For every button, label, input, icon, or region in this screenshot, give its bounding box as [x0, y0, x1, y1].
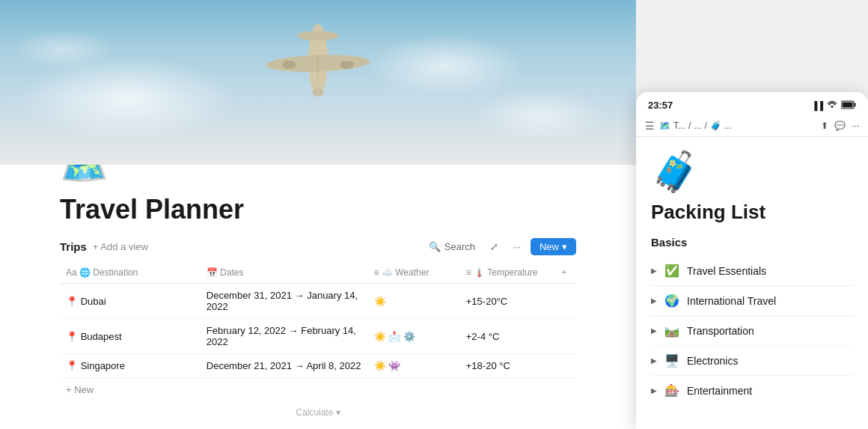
url-part-1: T...: [673, 121, 685, 131]
url-separator-2: /: [704, 121, 706, 131]
svg-point-2: [297, 31, 338, 40]
browser-url: 🗺️ T... / ... / 🧳 ...: [659, 121, 816, 131]
item-emoji: ✅: [664, 264, 679, 278]
packing-list-item[interactable]: ▶ 🌍 International Travel: [651, 287, 853, 314]
search-icon: 🔍: [429, 241, 441, 252]
row-add-cell: [554, 284, 576, 319]
mobile-browser-bar: ☰ 🗺️ T... / ... / 🧳 ... ⬆ 💬 ···: [636, 115, 868, 137]
destination-cell: 📍 Budapest: [60, 319, 201, 354]
item-chevron: ▶: [651, 267, 657, 275]
temperature-cell: +2-4 °C: [460, 319, 554, 354]
item-label: Travel Essentials: [687, 265, 853, 277]
dates-col-icon: 📅: [207, 267, 220, 278]
divider: [651, 285, 853, 286]
mobile-status-bar: 23:57 ▐▐: [636, 92, 868, 115]
row-pin: 📍: [66, 331, 78, 342]
divider: [651, 315, 853, 316]
item-label: Transportation: [687, 325, 853, 337]
table-row[interactable]: 📍 Dubai December 31, 2021 → January 14, …: [60, 284, 576, 319]
more-icon[interactable]: ···: [852, 121, 859, 131]
comment-icon[interactable]: 💬: [834, 121, 846, 131]
item-chevron: ▶: [651, 356, 657, 365]
item-label: International Travel: [687, 295, 853, 307]
svg-point-4: [340, 61, 354, 69]
add-view-button[interactable]: + Add a view: [93, 241, 148, 252]
table-row[interactable]: 📍 Budapest February 12, 2022 → February …: [60, 319, 576, 354]
packing-icon: 🧳: [651, 149, 853, 195]
weather-cell: ☀️ 📩 ⚙️: [368, 319, 460, 354]
weather-icons: ☀️: [374, 296, 454, 307]
table-row[interactable]: 📍 Singapore December 21, 2021 → April 8,…: [60, 354, 576, 378]
dates-cell: February 12, 2022 → February 14, 2022: [201, 319, 368, 354]
col-add-property[interactable]: ＋: [554, 261, 576, 284]
item-emoji: 🖥️: [664, 353, 679, 368]
weather-icons: ☀️ 📩 ⚙️: [374, 331, 454, 342]
temperature-cell: +15-20°C: [460, 284, 554, 319]
search-label: Search: [444, 241, 475, 252]
temperature-value: +2-4 °C: [466, 331, 500, 342]
packing-list-item[interactable]: ▶ ✅ Travel Essentials: [651, 258, 853, 284]
row-pin: 📍: [66, 360, 78, 371]
col-header-weather[interactable]: ≡ ☁️ Weather: [368, 261, 460, 284]
browser-actions: ⬆ 💬 ···: [821, 121, 859, 131]
packing-list-item[interactable]: ▶ 🖥️ Electronics: [651, 347, 853, 374]
table-header-row: Aa 🌐 Destination 📅 Dates ≡ ☁️ Weather ≡ …: [60, 261, 576, 284]
share-icon[interactable]: ⬆: [821, 121, 828, 131]
svg-rect-9: [843, 102, 853, 107]
destination-cell: 📍 Singapore: [60, 354, 201, 378]
item-chevron: ▶: [651, 386, 657, 395]
calculate-row[interactable]: Calculate ▾: [60, 401, 576, 424]
airplane-illustration: [258, 15, 378, 105]
url-separator-1: /: [688, 121, 691, 131]
weather-col-icon: ≡ ☁️: [374, 267, 396, 278]
packing-list-item[interactable]: ▶ 🎰 Entertainment: [651, 377, 853, 404]
mobile-time: 23:57: [648, 100, 673, 111]
left-panel: 🗺️ Travel Planner Trips + Add a view 🔍 S…: [0, 0, 636, 429]
battery-icon: [841, 100, 856, 111]
item-chevron: ▶: [651, 296, 657, 305]
svg-rect-8: [855, 103, 856, 106]
col-header-dates[interactable]: 📅 Dates: [201, 261, 368, 284]
url-emoji: 🗺️: [659, 121, 670, 131]
destination-col-icon: Aa 🌐: [66, 267, 93, 278]
toolbar-right: 🔍 Search ⤢ ··· New ▾: [423, 237, 576, 255]
url-emoji-2: 🧳: [710, 121, 721, 131]
temperature-cell: +18-20 °C: [460, 354, 554, 378]
row-add-cell: [554, 319, 576, 354]
content-area: 🗺️ Travel Planner Trips + Add a view 🔍 S…: [0, 165, 636, 429]
expand-icon[interactable]: ⤢: [486, 237, 504, 255]
packing-items-list: ▶ ✅ Travel Essentials ▶ 🌍 International …: [651, 258, 853, 404]
new-button[interactable]: New ▾: [531, 238, 576, 255]
dates-cell: December 21, 2021 → April 8, 2022: [201, 354, 368, 378]
destination-value: Singapore: [81, 360, 125, 371]
weather-cell: ☀️ 👾: [368, 354, 460, 378]
packing-title: Packing List: [651, 201, 853, 224]
destination-col-label: Destination: [93, 267, 138, 278]
temperature-value: +18-20 °C: [466, 360, 510, 371]
search-button[interactable]: 🔍 Search: [423, 238, 481, 255]
col-header-temperature[interactable]: ≡ 🌡️ Temperature: [460, 261, 554, 284]
weather-emoji: ☀️: [374, 296, 386, 307]
divider: [651, 345, 853, 346]
item-label: Electronics: [687, 355, 853, 367]
svg-point-5: [313, 88, 324, 97]
dates-col-label: Dates: [220, 267, 243, 278]
weather-cell: ☀️: [368, 284, 460, 319]
trips-table: Aa 🌐 Destination 📅 Dates ≡ ☁️ Weather ≡ …: [60, 261, 576, 378]
weather-emoji: ☀️ 👾: [374, 360, 401, 371]
temp-col-label: Temperature: [487, 267, 537, 278]
page-title: Travel Planner: [60, 194, 576, 225]
calculate-label: Calculate ▾: [296, 407, 340, 418]
browser-menu-icon[interactable]: ☰: [645, 120, 655, 132]
more-options-icon[interactable]: ···: [508, 237, 526, 255]
dates-cell: December 31, 2021 → January 14, 2022: [201, 284, 368, 319]
destination-value: Dubai: [81, 296, 106, 307]
dates-value: December 31, 2021 → January 14, 2022: [207, 290, 358, 312]
temperature-value: +15-20°C: [466, 296, 507, 307]
packing-list-item[interactable]: ▶ 🛤️ Transportation: [651, 317, 853, 344]
add-new-row[interactable]: + New: [60, 378, 576, 401]
row-pin: 📍: [66, 296, 78, 307]
weather-icons: ☀️ 👾: [374, 360, 454, 371]
destination-cell: 📍 Dubai: [60, 284, 201, 319]
col-header-destination[interactable]: Aa 🌐 Destination: [60, 261, 201, 284]
